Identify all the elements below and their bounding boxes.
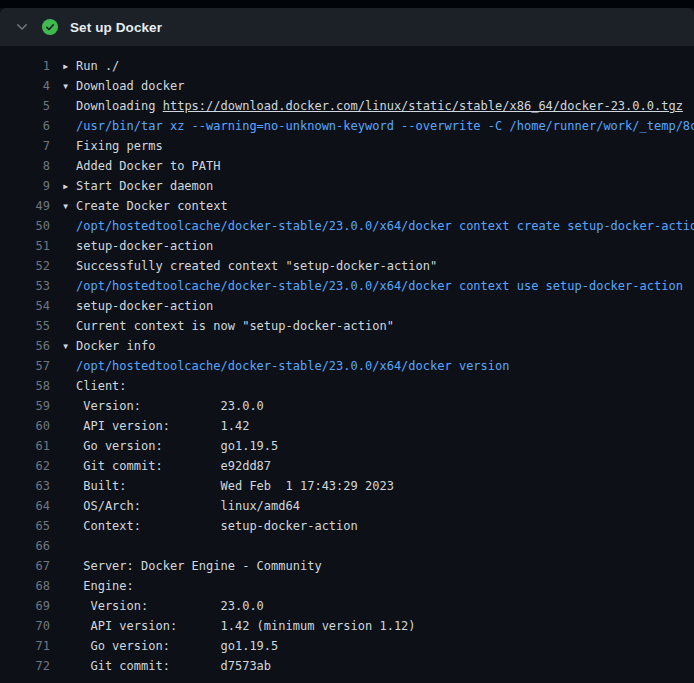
line-number[interactable]: 53 — [0, 276, 50, 296]
log-line: 5Downloading https://download.docker.com… — [0, 96, 694, 116]
log-line: 58Client: — [0, 376, 694, 396]
line-text: Go version: go1.19.5 — [62, 636, 278, 656]
log-group-row[interactable]: 9▸Start Docker daemon — [0, 176, 694, 196]
line-number[interactable]: 50 — [0, 216, 50, 236]
log-line: 69 Version: 23.0.0 — [0, 596, 694, 616]
step-header[interactable]: Set up Docker — [0, 8, 694, 46]
line-number[interactable]: 58 — [0, 376, 50, 396]
check-circle-icon — [42, 19, 58, 35]
log-line: 59 Version: 23.0.0 — [0, 396, 694, 416]
line-text: ▾Docker info — [62, 336, 155, 356]
line-text-span: Create Docker context — [76, 199, 228, 213]
triangle-expanded-icon: ▾ — [62, 196, 76, 216]
line-text-span: Git commit: d7573ab — [76, 659, 271, 673]
line-number[interactable]: 72 — [0, 656, 50, 676]
line-text-span: Start Docker daemon — [76, 179, 213, 193]
line-number[interactable]: 6 — [0, 116, 50, 136]
line-text: ▸Start Docker daemon — [62, 176, 213, 196]
line-text: Successfully created context "setup-dock… — [62, 256, 437, 276]
line-text-span: Fixing perms — [76, 139, 163, 153]
line-text-span: Download docker — [76, 79, 184, 93]
line-number[interactable]: 62 — [0, 456, 50, 476]
line-number[interactable]: 4 — [0, 76, 50, 96]
triangle-expanded-icon: ▾ — [62, 76, 76, 96]
line-text-span: Downloading — [76, 99, 163, 113]
line-text-span: setup-docker-action — [76, 239, 213, 253]
log-line: 70 API version: 1.42 (minimum version 1.… — [0, 616, 694, 636]
line-number[interactable]: 60 — [0, 416, 50, 436]
line-number[interactable]: 55 — [0, 316, 50, 336]
log-line: 64 OS/Arch: linux/amd64 — [0, 496, 694, 516]
line-number[interactable]: 1 — [0, 56, 50, 76]
log-line: 72 Git commit: d7573ab — [0, 656, 694, 676]
line-text: /opt/hostedtoolcache/docker-stable/23.0.… — [62, 356, 509, 376]
log-group-row[interactable]: 4▾Download docker — [0, 76, 694, 96]
line-text-span: Client: — [76, 379, 127, 393]
line-number[interactable]: 49 — [0, 196, 50, 216]
line-number[interactable]: 69 — [0, 596, 50, 616]
line-text: API version: 1.42 (minimum version 1.12) — [62, 616, 416, 636]
line-text-span: /opt/hostedtoolcache/docker-stable/23.0.… — [76, 359, 509, 373]
line-number[interactable]: 8 — [0, 156, 50, 176]
log-line: 63 Built: Wed Feb 1 17:43:29 2023 — [0, 476, 694, 496]
line-text: Server: Docker Engine - Community — [62, 556, 322, 576]
line-number[interactable]: 5 — [0, 96, 50, 116]
line-text: Git commit: e92dd87 — [62, 456, 271, 476]
line-text: /usr/bin/tar xz --warning=no-unknown-key… — [62, 116, 694, 136]
line-text-span: API version: 1.42 — [76, 419, 249, 433]
triangle-collapsed-icon: ▸ — [62, 56, 76, 76]
line-text: Engine: — [62, 576, 134, 596]
line-text-span: Git commit: e92dd87 — [76, 459, 271, 473]
line-text-span: /opt/hostedtoolcache/docker-stable/23.0.… — [76, 279, 683, 293]
log-group-row[interactable]: 1▸Run ./ — [0, 56, 694, 76]
line-text: Downloading https://download.docker.com/… — [62, 96, 683, 116]
line-text: /opt/hostedtoolcache/docker-stable/23.0.… — [62, 276, 683, 296]
line-text: Version: 23.0.0 — [62, 396, 264, 416]
line-text: Context: setup-docker-action — [62, 516, 358, 536]
line-text-span: Added Docker to PATH — [76, 159, 221, 173]
triangle-expanded-icon: ▾ — [62, 336, 76, 356]
line-text-span: /opt/hostedtoolcache/docker-stable/23.0.… — [76, 219, 694, 233]
line-number[interactable]: 64 — [0, 496, 50, 516]
line-number[interactable]: 65 — [0, 516, 50, 536]
line-number[interactable]: 66 — [0, 536, 50, 556]
log-link[interactable]: https://download.docker.com/linux/static… — [163, 99, 683, 113]
log-line: 7Fixing perms — [0, 136, 694, 156]
log-line: 62 Git commit: e92dd87 — [0, 456, 694, 476]
line-text: Fixing perms — [62, 136, 163, 156]
log-line: 61 Go version: go1.19.5 — [0, 436, 694, 456]
line-text-span: Server: Docker Engine - Community — [76, 559, 322, 573]
line-number[interactable]: 9 — [0, 176, 50, 196]
line-number[interactable]: 52 — [0, 256, 50, 276]
line-number[interactable]: 7 — [0, 136, 50, 156]
line-number[interactable]: 56 — [0, 336, 50, 356]
line-number[interactable]: 61 — [0, 436, 50, 456]
line-text: Version: 23.0.0 — [62, 596, 264, 616]
triangle-collapsed-icon: ▸ — [62, 176, 76, 196]
line-text-span: API version: 1.42 (minimum version 1.12) — [76, 619, 416, 633]
line-text: setup-docker-action — [62, 236, 213, 256]
top-strip — [0, 0, 694, 8]
line-text-span: Go version: go1.19.5 — [76, 639, 278, 653]
line-number[interactable]: 71 — [0, 636, 50, 656]
line-number[interactable]: 70 — [0, 616, 50, 636]
line-text: Built: Wed Feb 1 17:43:29 2023 — [62, 476, 394, 496]
log-group-row[interactable]: 56▾Docker info — [0, 336, 694, 356]
chevron-down-icon[interactable] — [14, 19, 30, 35]
log-group-row[interactable]: 49▾Create Docker context — [0, 196, 694, 216]
log-line: 66 — [0, 536, 694, 556]
line-text-span: Go version: go1.19.5 — [76, 439, 278, 453]
log-line: 71 Go version: go1.19.5 — [0, 636, 694, 656]
log-line: 50/opt/hostedtoolcache/docker-stable/23.… — [0, 216, 694, 236]
line-number[interactable]: 67 — [0, 556, 50, 576]
line-number[interactable]: 51 — [0, 236, 50, 256]
line-number[interactable]: 57 — [0, 356, 50, 376]
line-number[interactable]: 54 — [0, 296, 50, 316]
line-text: OS/Arch: linux/amd64 — [62, 496, 300, 516]
line-number[interactable]: 63 — [0, 476, 50, 496]
line-number[interactable]: 59 — [0, 396, 50, 416]
line-text-span: /usr/bin/tar xz --warning=no-unknown-key… — [76, 119, 694, 133]
line-number[interactable]: 68 — [0, 576, 50, 596]
line-text-span: setup-docker-action — [76, 299, 213, 313]
line-text: ▾Create Docker context — [62, 196, 228, 216]
